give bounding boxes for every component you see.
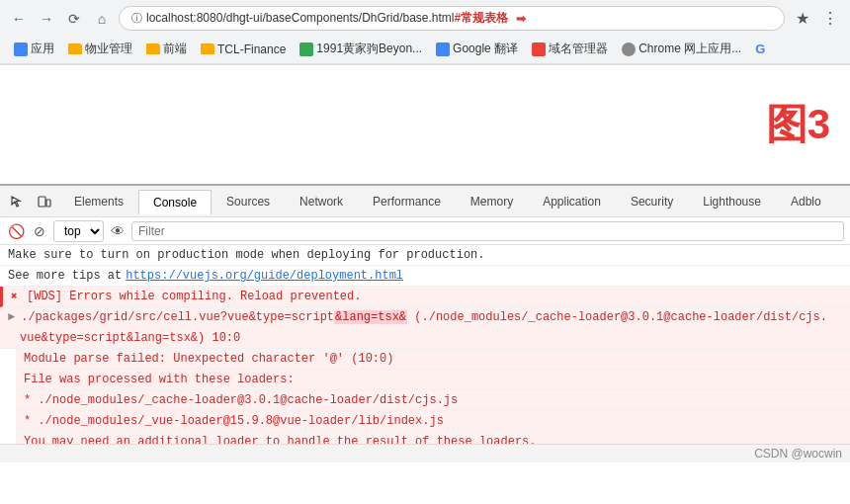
- bookmark-1991[interactable]: 1991黄家驹Beyon...: [294, 39, 428, 59]
- error-loader1-text: * ./node_modules/_cache-loader@3.0.1@cac…: [24, 391, 458, 409]
- console-error-extra: vue&type=script&lang=tsx&) 10:0: [0, 328, 850, 349]
- bookmark-translate[interactable]: Google 翻译: [430, 39, 524, 59]
- console-error-loader1: * ./node_modules/_cache-loader@3.0.1@cac…: [16, 390, 850, 411]
- bookmark-qianduan[interactable]: 前端: [140, 39, 193, 59]
- icon-translate: [436, 42, 450, 56]
- folder-icon-tcl: [201, 43, 214, 54]
- bookmark-qianduan-label: 前端: [163, 41, 187, 57]
- error-file-text: File was processed with these loaders:: [24, 371, 295, 388]
- page-content: 图3: [0, 65, 850, 184]
- apps-icon: [14, 42, 28, 56]
- devtools-toolbar: Elements Console Sources Network Perform…: [0, 186, 850, 217]
- bookmark-apps[interactable]: 应用: [8, 39, 60, 59]
- svg-rect-0: [39, 197, 45, 207]
- back-button[interactable]: ←: [8, 8, 30, 30]
- url-path: /dhgt-ui/baseComponents/DhGrid/base.html: [222, 11, 454, 25]
- error-path-text: ./packages/grid/src/cell.vue?vue&type=sc…: [21, 308, 827, 326]
- bookmark-1991-label: 1991黄家驹Beyon...: [316, 41, 422, 57]
- inspect-element-button[interactable]: [4, 189, 30, 214]
- error-additional-text: You may need an additional loader to han…: [24, 433, 536, 444]
- expand-arrow[interactable]: ►: [8, 308, 15, 326]
- icon-1991: [299, 42, 313, 56]
- bookmark-translate-label: Google 翻译: [453, 41, 518, 57]
- folder-icon-wuye: [68, 43, 82, 54]
- url-host: localhost:8080: [146, 11, 222, 25]
- filter-bar: 🚫 ⊘ top 👁: [0, 217, 850, 245]
- bookmark-tcl[interactable]: TCL-Finance: [195, 41, 292, 58]
- tab-application[interactable]: Application: [528, 189, 616, 214]
- device-toggle-button[interactable]: [32, 189, 57, 214]
- icon-chrome-apps: [622, 42, 636, 56]
- tab-sources-label: Sources: [226, 195, 270, 209]
- bookmarks-bar: 应用 物业管理 前端 TCL-Finance 1991黄家驹Beyon... G…: [0, 37, 850, 64]
- console-error-parse: Module parse failed: Unexpected characte…: [16, 349, 850, 370]
- icon-domain: [532, 42, 546, 56]
- fig-label: 图3: [766, 97, 830, 152]
- devtools-panel: Elements Console Sources Network Perform…: [0, 184, 850, 462]
- console-error-file: File was processed with these loaders:: [16, 370, 850, 390]
- filter-toggle-button[interactable]: ⊘: [30, 221, 49, 241]
- error-extra-text: vue&type=script&lang=tsx&) 10:0: [20, 329, 240, 347]
- device-icon: [38, 195, 51, 209]
- svg-rect-1: [46, 200, 50, 207]
- annotation-arrow: ➡: [516, 12, 526, 26]
- tab-security-label: Security: [631, 195, 673, 209]
- home-button[interactable]: ⌂: [91, 8, 113, 30]
- tab-network[interactable]: Network: [285, 189, 358, 214]
- tab-adblock[interactable]: Adblo: [776, 189, 836, 214]
- console-text: See more tips at: [8, 267, 122, 285]
- tab-network-label: Network: [299, 195, 343, 209]
- filter-input[interactable]: [131, 221, 844, 241]
- lock-icon: ⓘ: [131, 11, 142, 26]
- console-output: Make sure to turn on production mode whe…: [0, 245, 850, 444]
- bookmark-google[interactable]: G: [749, 40, 771, 58]
- bookmark-chrome-apps-label: Chrome 网上应用...: [638, 41, 741, 57]
- tab-lighthouse[interactable]: Lighthouse: [688, 189, 776, 214]
- console-line: Make sure to turn on production mode whe…: [0, 245, 850, 266]
- cursor-icon: [10, 195, 24, 209]
- error-wds-text: [WDS] Errors while compiling. Reload pre…: [27, 288, 361, 305]
- clear-console-button[interactable]: 🚫: [6, 221, 26, 241]
- reload-button[interactable]: ⟳: [63, 8, 85, 30]
- bookmark-domain[interactable]: 域名管理器: [526, 39, 614, 59]
- folder-icon-qianduan: [146, 43, 160, 54]
- bookmark-apps-label: 应用: [31, 41, 54, 57]
- tab-sources[interactable]: Sources: [212, 189, 285, 214]
- browser-chrome: ← → ⟳ ⌂ ⓘ localhost:8080/dhgt-ui/baseCom…: [0, 0, 850, 65]
- tab-application-label: Application: [543, 195, 601, 209]
- bookmark-tcl-label: TCL-Finance: [217, 42, 286, 56]
- error-icon: ✖: [11, 289, 23, 305]
- bookmark-wuye[interactable]: 物业管理: [62, 39, 138, 59]
- nav-bar: ← → ⟳ ⌂ ⓘ localhost:8080/dhgt-ui/baseCom…: [0, 0, 850, 37]
- tab-memory-label: Memory: [470, 195, 513, 209]
- tab-console[interactable]: Console: [138, 190, 212, 214]
- tab-security[interactable]: Security: [616, 189, 688, 214]
- tab-console-label: Console: [153, 196, 197, 210]
- tab-performance[interactable]: Performance: [358, 189, 456, 214]
- google-icon: G: [755, 42, 765, 56]
- address-bar[interactable]: ⓘ localhost:8080/dhgt-ui/baseComponents/…: [119, 6, 785, 31]
- error-parse-text: Module parse failed: Unexpected characte…: [24, 350, 393, 368]
- console-line: See more tips at https://vuejs.org/guide…: [0, 266, 850, 287]
- tab-adblock-label: Adblo: [791, 195, 821, 209]
- tab-memory[interactable]: Memory: [456, 189, 528, 214]
- forward-button[interactable]: →: [36, 8, 57, 30]
- error-loader2-text: * ./node_modules/_vue-loader@15.9.8@vue-…: [24, 412, 444, 430]
- tab-elements[interactable]: Elements: [59, 189, 138, 214]
- status-bar: CSDN @wocwin: [0, 444, 850, 462]
- console-text: Make sure to turn on production mode whe…: [8, 246, 484, 264]
- bookmark-wuye-label: 物业管理: [85, 41, 132, 57]
- menu-button[interactable]: ⋮: [818, 7, 842, 31]
- bookmark-domain-label: 域名管理器: [549, 41, 608, 57]
- devtools-tabs: Elements Console Sources Network Perform…: [59, 189, 836, 214]
- bookmark-chrome-apps[interactable]: Chrome 网上应用...: [616, 39, 747, 59]
- nav-right-buttons: ★ ⋮: [791, 7, 842, 31]
- bookmark-button[interactable]: ★: [791, 7, 814, 31]
- level-dropdown[interactable]: top: [53, 220, 104, 242]
- console-error-additional: You may need an additional loader to han…: [16, 432, 850, 444]
- eye-button[interactable]: 👁: [108, 221, 128, 241]
- tab-elements-label: Elements: [74, 195, 124, 209]
- deployment-link[interactable]: https://vuejs.org/guide/deployment.html: [126, 267, 403, 285]
- watermark: CSDN @wocwin: [754, 447, 842, 461]
- tab-lighthouse-label: Lighthouse: [703, 195, 761, 209]
